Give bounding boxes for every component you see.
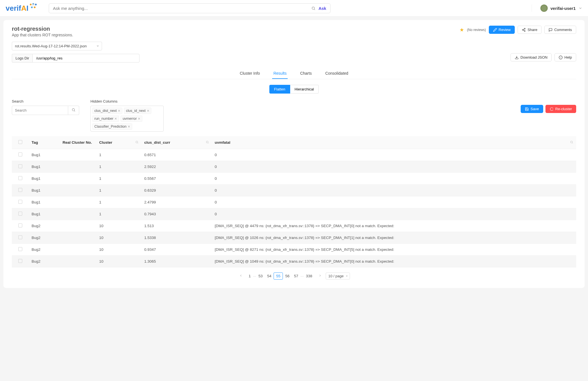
page-number[interactable]: 56 <box>283 273 292 279</box>
prev-page[interactable] <box>238 273 244 279</box>
col-header[interactable]: Cluster <box>96 136 141 149</box>
cell-real-cluster <box>60 161 96 173</box>
results-table: TagReal Cluster No.Clusterclus_dist_curr… <box>12 136 576 267</box>
download-icon <box>515 56 519 59</box>
cell-uvmfatal: [DMA_ISR_SEQ] @ 1049 ns: {rot_dma_xfr_tr… <box>212 256 576 267</box>
cell-uvmfatal: [DMA_ISR_SEQ] @ 4479 ns: {rot_dma_xfr_tr… <box>212 220 576 232</box>
select-all-checkbox[interactable] <box>18 140 22 144</box>
user-menu[interactable]: verifai-user1 <box>532 5 582 12</box>
help-button[interactable]: Help <box>554 53 576 61</box>
svg-point-11 <box>136 141 138 143</box>
page-size-select[interactable]: 10 / page <box>326 273 350 280</box>
save-button[interactable]: Save <box>521 105 543 113</box>
tab-charts[interactable]: Charts <box>299 68 313 79</box>
info-icon <box>559 56 563 59</box>
hidden-chip[interactable]: clus_dist_next ✕ <box>92 108 122 114</box>
page-number[interactable]: 55 <box>274 273 283 280</box>
cell-tag: Bug1 <box>29 161 60 173</box>
page-ellipsis[interactable]: ··· <box>253 274 256 278</box>
row-checkbox[interactable] <box>18 247 22 251</box>
global-search[interactable]: Ask <box>49 3 330 13</box>
hidden-chip[interactable]: uvmerror ✕ <box>121 116 142 122</box>
page-number[interactable]: 338 <box>304 273 315 279</box>
tab-cluster-info[interactable]: Cluster Info <box>239 68 261 79</box>
hidden-chip[interactable]: Classifier_Prediction ✕ <box>92 123 132 130</box>
row-checkbox[interactable] <box>18 200 22 204</box>
col-header[interactable]: uvmfatal <box>212 136 576 149</box>
chevron-left-icon <box>239 274 243 277</box>
row-checkbox[interactable] <box>18 188 22 192</box>
pagination: 1···5354555657···338 10 / page <box>12 273 576 280</box>
page-number[interactable]: 53 <box>256 273 265 279</box>
col-header[interactable] <box>12 136 29 149</box>
close-icon[interactable]: ✕ <box>118 109 120 113</box>
hierarchical-button[interactable]: Hierarchical <box>290 85 319 94</box>
cell-dist: 0.6571 <box>141 149 212 161</box>
refresh-icon <box>550 107 554 111</box>
table-search-button[interactable] <box>68 106 79 115</box>
row-checkbox[interactable] <box>18 176 22 180</box>
search-icon <box>311 6 316 10</box>
close-icon[interactable]: ✕ <box>128 125 130 129</box>
cell-cluster: 1 <box>96 149 141 161</box>
svg-point-12 <box>206 141 208 143</box>
cell-uvmfatal: 0 <box>212 173 576 185</box>
row-checkbox[interactable] <box>18 152 22 156</box>
file-select[interactable]: rot.results.Wed-Aug-17-12:14-PM-2022.jso… <box>12 42 102 50</box>
row-checkbox[interactable] <box>18 223 22 227</box>
share-button[interactable]: Share <box>518 26 542 34</box>
share-icon <box>522 28 526 32</box>
close-icon[interactable]: ✕ <box>147 109 149 113</box>
cell-uvmfatal: [DMA_ISR_SEQ] @ 1026 ns: {rot_dma_xfr_tr… <box>212 232 576 244</box>
global-search-input[interactable] <box>53 6 309 11</box>
next-page[interactable] <box>317 273 323 279</box>
star-icon[interactable]: ★ <box>460 27 464 33</box>
hidden-chip[interactable]: clus_id_next ✕ <box>124 108 151 114</box>
row-checkbox[interactable] <box>18 259 22 263</box>
row-checkbox[interactable] <box>18 235 22 239</box>
column-search-icon[interactable] <box>206 140 209 145</box>
page-number[interactable]: 1 <box>247 273 253 279</box>
row-checkbox[interactable] <box>18 212 22 216</box>
cell-cluster: 1 <box>96 185 141 196</box>
no-reviews-text: (No reviews) <box>467 28 486 32</box>
tab-results[interactable]: Results <box>272 68 288 79</box>
cell-dist: 2.4799 <box>141 196 212 208</box>
col-header[interactable]: clus_dist_curr <box>141 136 212 149</box>
cell-real-cluster <box>60 149 96 161</box>
flatten-button[interactable]: Flatten <box>269 85 290 94</box>
logs-dir-input[interactable] <box>32 54 139 63</box>
cell-real-cluster <box>60 196 96 208</box>
table-search-input[interactable] <box>12 106 68 115</box>
cell-real-cluster <box>60 185 96 196</box>
cell-real-cluster <box>60 173 96 185</box>
tab-consolidated[interactable]: Consolidated <box>324 68 349 79</box>
row-checkbox[interactable] <box>18 164 22 168</box>
logs-dir-group: Logs Dir <box>12 54 139 63</box>
ask-button[interactable]: Ask <box>318 6 326 11</box>
download-json-button[interactable]: Download JSON <box>511 53 552 61</box>
close-icon[interactable]: ✕ <box>114 117 117 121</box>
page-number[interactable]: 54 <box>265 273 274 279</box>
cell-tag: Bug1 <box>29 185 60 196</box>
cell-cluster: 10 <box>96 244 141 256</box>
recluster-button[interactable]: Re-cluster <box>545 105 576 113</box>
username: verifai-user1 <box>551 6 576 11</box>
col-header[interactable]: Real Cluster No. <box>60 136 96 149</box>
column-search-icon[interactable] <box>570 140 573 145</box>
svg-point-7 <box>522 29 523 30</box>
close-icon[interactable]: ✕ <box>138 117 140 121</box>
page-number[interactable]: 57 <box>292 273 300 279</box>
comments-button[interactable]: Comments <box>544 26 576 34</box>
col-header[interactable]: Tag <box>29 136 60 149</box>
column-search-icon[interactable] <box>135 140 139 145</box>
hidden-chip[interactable]: run_number ✕ <box>92 116 119 122</box>
cell-real-cluster <box>60 256 96 267</box>
logo[interactable]: verifAI <box>6 3 37 14</box>
main-content: rot-regression App that clusters ROT reg… <box>3 20 585 288</box>
hidden-columns[interactable]: clus_dist_next ✕clus_id_next ✕run_number… <box>90 106 164 132</box>
page-title: rot-regression <box>12 26 73 32</box>
page-ellipsis[interactable]: ··· <box>300 274 303 278</box>
svg-point-10 <box>72 108 74 111</box>
review-button[interactable]: Review <box>489 26 515 34</box>
